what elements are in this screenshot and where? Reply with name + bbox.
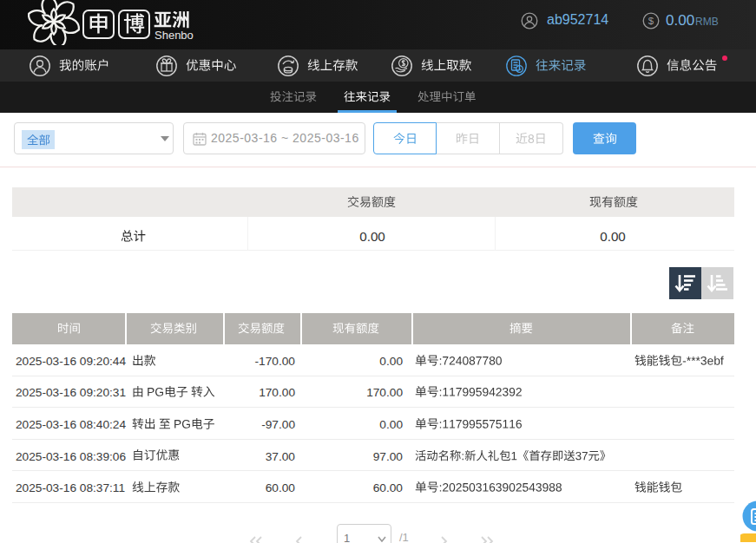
svg-text:$: $: [648, 16, 654, 26]
